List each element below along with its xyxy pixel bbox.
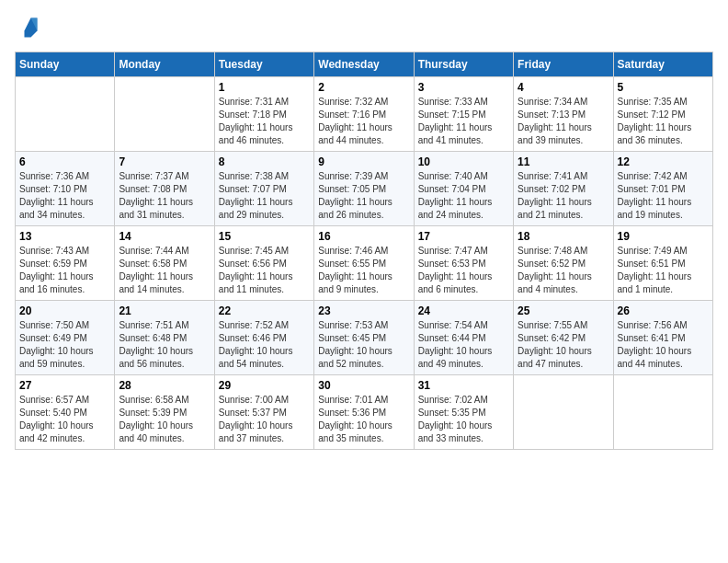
calendar-cell: 12Sunrise: 7:42 AM Sunset: 7:01 PM Dayli… [613, 152, 712, 226]
calendar-week-5: 27Sunrise: 6:57 AM Sunset: 5:40 PM Dayli… [16, 375, 713, 450]
calendar-cell: 4Sunrise: 7:34 AM Sunset: 7:13 PM Daylig… [514, 77, 613, 152]
day-number: 2 [318, 81, 409, 94]
day-number: 31 [418, 379, 509, 392]
calendar-cell: 26Sunrise: 7:56 AM Sunset: 6:41 PM Dayli… [613, 301, 712, 375]
day-info: Sunrise: 7:50 AM Sunset: 6:49 PM Dayligh… [19, 319, 110, 371]
day-header-wednesday: Wednesday [314, 52, 414, 77]
day-number: 1 [219, 81, 310, 94]
calendar-cell: 15Sunrise: 7:45 AM Sunset: 6:56 PM Dayli… [214, 226, 313, 301]
day-number: 19 [618, 230, 709, 243]
calendar-cell: 13Sunrise: 7:43 AM Sunset: 6:59 PM Dayli… [16, 226, 115, 301]
day-info: Sunrise: 7:31 AM Sunset: 7:18 PM Dayligh… [219, 96, 310, 147]
calendar-table: SundayMondayTuesdayWednesdayThursdayFrid… [15, 52, 713, 450]
day-info: Sunrise: 7:54 AM Sunset: 6:44 PM Dayligh… [418, 319, 509, 371]
calendar-cell: 8Sunrise: 7:38 AM Sunset: 7:07 PM Daylig… [214, 152, 313, 226]
day-info: Sunrise: 7:49 AM Sunset: 6:51 PM Dayligh… [618, 245, 709, 296]
day-info: Sunrise: 7:38 AM Sunset: 7:07 PM Dayligh… [219, 170, 310, 222]
day-info: Sunrise: 7:45 AM Sunset: 6:56 PM Dayligh… [219, 245, 310, 296]
day-number: 17 [418, 230, 509, 243]
day-number: 18 [518, 230, 609, 243]
day-number: 3 [418, 81, 509, 94]
day-info: Sunrise: 7:35 AM Sunset: 7:12 PM Dayligh… [618, 96, 709, 147]
calendar-week-2: 6Sunrise: 7:36 AM Sunset: 7:10 PM Daylig… [16, 152, 713, 226]
calendar-cell: 18Sunrise: 7:48 AM Sunset: 6:52 PM Dayli… [514, 226, 613, 301]
calendar-cell: 6Sunrise: 7:36 AM Sunset: 7:10 PM Daylig… [16, 152, 115, 226]
calendar-cell [115, 77, 214, 152]
day-number: 16 [318, 230, 409, 243]
day-number: 23 [318, 304, 409, 317]
day-header-tuesday: Tuesday [214, 52, 313, 77]
calendar-cell: 14Sunrise: 7:44 AM Sunset: 6:58 PM Dayli… [115, 226, 214, 301]
calendar-cell: 25Sunrise: 7:55 AM Sunset: 6:42 PM Dayli… [514, 301, 613, 375]
calendar-cell: 10Sunrise: 7:40 AM Sunset: 7:04 PM Dayli… [414, 152, 513, 226]
calendar-cell: 1Sunrise: 7:31 AM Sunset: 7:18 PM Daylig… [214, 77, 313, 152]
calendar-cell: 16Sunrise: 7:46 AM Sunset: 6:55 PM Dayli… [314, 226, 414, 301]
day-number: 28 [119, 379, 210, 392]
day-number: 26 [618, 304, 709, 317]
calendar-cell: 27Sunrise: 6:57 AM Sunset: 5:40 PM Dayli… [16, 375, 115, 450]
page-header [15, 15, 713, 40]
day-number: 15 [219, 230, 310, 243]
day-number: 6 [19, 155, 110, 168]
day-number: 5 [618, 81, 709, 94]
calendar-cell: 2Sunrise: 7:32 AM Sunset: 7:16 PM Daylig… [314, 77, 414, 152]
day-info: Sunrise: 7:36 AM Sunset: 7:10 PM Dayligh… [19, 170, 110, 222]
day-info: Sunrise: 7:33 AM Sunset: 7:15 PM Dayligh… [418, 96, 509, 147]
day-number: 25 [518, 304, 609, 317]
day-info: Sunrise: 7:52 AM Sunset: 6:46 PM Dayligh… [219, 319, 310, 371]
day-header-monday: Monday [115, 52, 214, 77]
calendar-cell: 5Sunrise: 7:35 AM Sunset: 7:12 PM Daylig… [613, 77, 712, 152]
logo [15, 15, 44, 40]
calendar-cell: 30Sunrise: 7:01 AM Sunset: 5:36 PM Dayli… [314, 375, 414, 450]
calendar-header-row: SundayMondayTuesdayWednesdayThursdayFrid… [16, 52, 713, 77]
day-info: Sunrise: 7:55 AM Sunset: 6:42 PM Dayligh… [518, 319, 609, 371]
day-info: Sunrise: 7:44 AM Sunset: 6:58 PM Dayligh… [119, 245, 210, 296]
day-info: Sunrise: 7:56 AM Sunset: 6:41 PM Dayligh… [618, 319, 709, 371]
calendar-cell: 11Sunrise: 7:41 AM Sunset: 7:02 PM Dayli… [514, 152, 613, 226]
calendar-cell: 23Sunrise: 7:53 AM Sunset: 6:45 PM Dayli… [314, 301, 414, 375]
day-info: Sunrise: 7:48 AM Sunset: 6:52 PM Dayligh… [518, 245, 609, 296]
calendar-cell: 17Sunrise: 7:47 AM Sunset: 6:53 PM Dayli… [414, 226, 513, 301]
day-info: Sunrise: 6:58 AM Sunset: 5:39 PM Dayligh… [119, 394, 210, 445]
day-info: Sunrise: 7:32 AM Sunset: 7:16 PM Dayligh… [318, 96, 409, 147]
calendar-cell [16, 77, 115, 152]
day-info: Sunrise: 7:40 AM Sunset: 7:04 PM Dayligh… [418, 170, 509, 222]
calendar-cell: 24Sunrise: 7:54 AM Sunset: 6:44 PM Dayli… [414, 301, 513, 375]
logo-icon [15, 15, 40, 40]
calendar-cell [613, 375, 712, 450]
day-info: Sunrise: 7:34 AM Sunset: 7:13 PM Dayligh… [518, 96, 609, 147]
day-number: 8 [219, 155, 310, 168]
calendar-cell: 21Sunrise: 7:51 AM Sunset: 6:48 PM Dayli… [115, 301, 214, 375]
day-number: 24 [418, 304, 509, 317]
day-header-friday: Friday [514, 52, 613, 77]
day-header-saturday: Saturday [613, 52, 712, 77]
day-number: 9 [318, 155, 409, 168]
day-number: 29 [219, 379, 310, 392]
calendar-cell: 22Sunrise: 7:52 AM Sunset: 6:46 PM Dayli… [214, 301, 313, 375]
day-info: Sunrise: 7:02 AM Sunset: 5:35 PM Dayligh… [418, 394, 509, 445]
day-info: Sunrise: 7:01 AM Sunset: 5:36 PM Dayligh… [318, 394, 409, 445]
day-number: 4 [518, 81, 609, 94]
day-info: Sunrise: 7:37 AM Sunset: 7:08 PM Dayligh… [119, 170, 210, 222]
calendar-cell: 28Sunrise: 6:58 AM Sunset: 5:39 PM Dayli… [115, 375, 214, 450]
calendar-cell: 19Sunrise: 7:49 AM Sunset: 6:51 PM Dayli… [613, 226, 712, 301]
calendar-cell: 31Sunrise: 7:02 AM Sunset: 5:35 PM Dayli… [414, 375, 513, 450]
day-number: 21 [119, 304, 210, 317]
day-header-sunday: Sunday [16, 52, 115, 77]
calendar-cell [514, 375, 613, 450]
day-number: 14 [119, 230, 210, 243]
day-info: Sunrise: 7:00 AM Sunset: 5:37 PM Dayligh… [219, 394, 310, 445]
day-number: 10 [418, 155, 509, 168]
day-number: 20 [19, 304, 110, 317]
day-header-thursday: Thursday [414, 52, 513, 77]
calendar-cell: 3Sunrise: 7:33 AM Sunset: 7:15 PM Daylig… [414, 77, 513, 152]
day-number: 11 [518, 155, 609, 168]
day-info: Sunrise: 7:39 AM Sunset: 7:05 PM Dayligh… [318, 170, 409, 222]
calendar-week-3: 13Sunrise: 7:43 AM Sunset: 6:59 PM Dayli… [16, 226, 713, 301]
calendar-cell: 9Sunrise: 7:39 AM Sunset: 7:05 PM Daylig… [314, 152, 414, 226]
day-info: Sunrise: 7:51 AM Sunset: 6:48 PM Dayligh… [119, 319, 210, 371]
day-info: Sunrise: 7:47 AM Sunset: 6:53 PM Dayligh… [418, 245, 509, 296]
day-number: 30 [318, 379, 409, 392]
day-info: Sunrise: 7:53 AM Sunset: 6:45 PM Dayligh… [318, 319, 409, 371]
day-info: Sunrise: 6:57 AM Sunset: 5:40 PM Dayligh… [19, 394, 110, 445]
